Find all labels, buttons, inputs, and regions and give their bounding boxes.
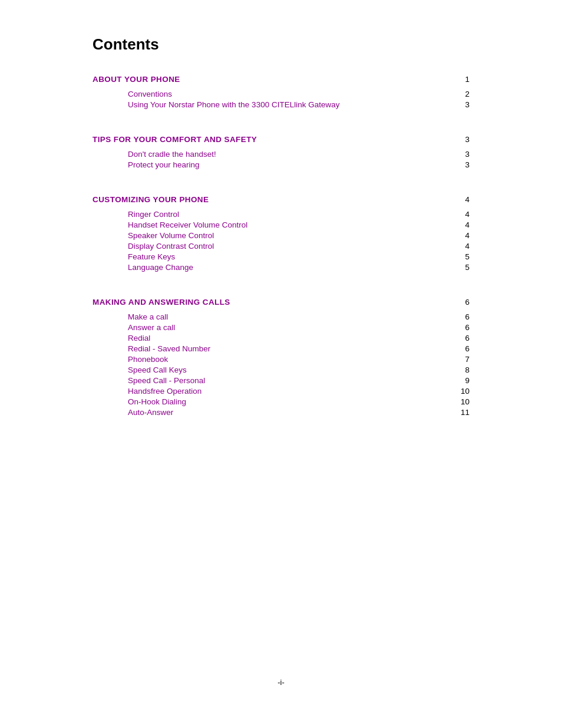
toc-item-page: 3 — [452, 150, 470, 159]
toc-item-label[interactable]: Conventions — [128, 90, 172, 98]
toc-item-row: Language Change5 — [128, 263, 470, 272]
toc-heading-page-customizing-phone: 4 — [452, 195, 470, 204]
toc-item-page: 5 — [452, 252, 470, 261]
toc-item-row: Answer a call6 — [128, 323, 470, 332]
toc-item-row: Conventions2 — [128, 90, 470, 98]
toc-item-page: 6 — [452, 323, 470, 332]
toc-item-row: Make a call6 — [128, 312, 470, 321]
toc-item-page: 4 — [452, 210, 470, 219]
toc-heading-customizing-phone[interactable]: CUSTOMIZING YOUR PHONE — [92, 195, 209, 204]
toc-item-label[interactable]: Redial — [128, 334, 150, 342]
toc-item-row: Speed Call Keys8 — [128, 365, 470, 374]
toc-item-label[interactable]: Answer a call — [128, 323, 175, 332]
toc-item-label[interactable]: Protect your hearing — [128, 160, 200, 169]
toc-item-page: 6 — [452, 334, 470, 342]
toc-item-label[interactable]: Auto-Answer — [128, 408, 173, 417]
toc-item-label[interactable]: Make a call — [128, 312, 168, 321]
toc-heading-page-tips-comfort-safety: 3 — [452, 135, 470, 144]
section-divider — [92, 276, 470, 286]
page-container: Contents ABOUT YOUR PHONE1Conventions2Us… — [81, 0, 481, 728]
toc-item-row: Redial - Saved Number6 — [128, 344, 470, 353]
toc-heading-row-tips-comfort-safety: TIPS FOR YOUR COMFORT AND SAFETY3 — [92, 135, 470, 144]
toc-item-page: 4 — [452, 231, 470, 240]
toc-section-making-answering-calls: MAKING AND ANSWERING CALLS6Make a call6A… — [92, 298, 470, 417]
toc-item-row: Handset Receiver Volume Control4 — [128, 220, 470, 229]
toc-heading-page-about-your-phone: 1 — [452, 75, 470, 84]
toc-item-label[interactable]: Feature Keys — [128, 252, 175, 261]
toc-item-row: Ringer Control4 — [128, 210, 470, 219]
toc-heading-row-about-your-phone: ABOUT YOUR PHONE1 — [92, 75, 470, 84]
toc-heading-about-your-phone[interactable]: ABOUT YOUR PHONE — [92, 75, 180, 84]
toc-item-label[interactable]: Phonebook — [128, 355, 168, 364]
section-divider — [92, 114, 470, 123]
section-divider — [92, 174, 470, 183]
toc-section-customizing-phone: CUSTOMIZING YOUR PHONE4Ringer Control4Ha… — [92, 195, 470, 286]
toc-section-about-your-phone: ABOUT YOUR PHONE1Conventions2Using Your … — [92, 75, 470, 123]
toc-item-page: 6 — [452, 344, 470, 353]
toc-item-page: 8 — [452, 365, 470, 374]
toc-items-tips-comfort-safety: Don't cradle the handset!3Protect your h… — [92, 150, 470, 169]
toc-item-row: Phonebook7 — [128, 355, 470, 364]
toc-item-row: Don't cradle the handset!3 — [128, 150, 470, 159]
toc-heading-tips-comfort-safety[interactable]: TIPS FOR YOUR COMFORT AND SAFETY — [92, 135, 257, 144]
toc-item-page: 4 — [452, 220, 470, 229]
toc-item-row: Speed Call - Personal9 — [128, 376, 470, 385]
toc-heading-page-making-answering-calls: 6 — [452, 298, 470, 307]
toc-item-label[interactable]: Redial - Saved Number — [128, 344, 210, 353]
toc-heading-row-making-answering-calls: MAKING AND ANSWERING CALLS6 — [92, 298, 470, 307]
toc-item-row: Feature Keys5 — [128, 252, 470, 261]
toc-item-label[interactable]: On-Hook Dialing — [128, 397, 186, 406]
toc-items-about-your-phone: Conventions2Using Your Norstar Phone wit… — [92, 90, 470, 109]
toc-item-page: 5 — [452, 263, 470, 272]
toc-section-tips-comfort-safety: TIPS FOR YOUR COMFORT AND SAFETY3Don't c… — [92, 135, 470, 183]
toc-item-label[interactable]: Language Change — [128, 263, 193, 272]
toc-item-row: Using Your Norstar Phone with the 3300 C… — [128, 100, 470, 109]
toc-item-row: Auto-Answer11 — [128, 408, 470, 417]
toc-item-label[interactable]: Handset Receiver Volume Control — [128, 220, 247, 229]
toc-item-label[interactable]: Don't cradle the handset! — [128, 150, 216, 159]
toc-heading-making-answering-calls[interactable]: MAKING AND ANSWERING CALLS — [92, 298, 230, 307]
toc-item-row: Display Contrast Control4 — [128, 242, 470, 251]
toc-item-page: 2 — [452, 90, 470, 98]
toc-item-label[interactable]: Speed Call Keys — [128, 365, 187, 374]
toc-item-page: 6 — [452, 312, 470, 321]
toc-item-page: 4 — [452, 242, 470, 251]
page-title: Contents — [92, 35, 470, 54]
toc-item-page: 10 — [452, 387, 470, 396]
toc-item-page: 11 — [452, 408, 470, 417]
toc-item-row: Protect your hearing3 — [128, 160, 470, 169]
toc-item-row: On-Hook Dialing10 — [128, 397, 470, 406]
toc-item-label[interactable]: Speaker Volume Control — [128, 231, 214, 240]
toc-item-row: Speaker Volume Control4 — [128, 231, 470, 240]
toc-item-label[interactable]: Ringer Control — [128, 210, 179, 219]
toc-item-page: 7 — [452, 355, 470, 364]
toc-item-label[interactable]: Using Your Norstar Phone with the 3300 C… — [128, 100, 339, 109]
page-footer: -i- — [92, 666, 470, 693]
toc-item-page: 3 — [452, 160, 470, 169]
toc-item-page: 10 — [452, 397, 470, 406]
toc-item-label[interactable]: Display Contrast Control — [128, 242, 214, 251]
toc-items-customizing-phone: Ringer Control4Handset Receiver Volume C… — [92, 210, 470, 272]
toc-item-page: 3 — [452, 100, 470, 109]
toc-item-label[interactable]: Speed Call - Personal — [128, 376, 205, 385]
toc-item-label[interactable]: Handsfree Operation — [128, 387, 201, 396]
toc-container: ABOUT YOUR PHONE1Conventions2Using Your … — [92, 75, 470, 429]
toc-heading-row-customizing-phone: CUSTOMIZING YOUR PHONE4 — [92, 195, 470, 204]
toc-items-making-answering-calls: Make a call6Answer a call6Redial6Redial … — [92, 312, 470, 417]
toc-item-row: Redial6 — [128, 334, 470, 342]
toc-item-page: 9 — [452, 376, 470, 385]
toc-item-row: Handsfree Operation10 — [128, 387, 470, 396]
